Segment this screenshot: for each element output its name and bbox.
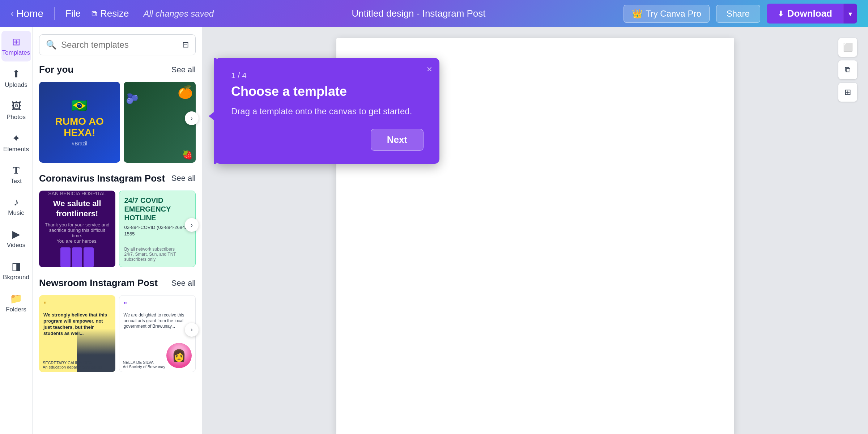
videos-icon: ▶ [12, 228, 20, 240]
covid1-fig2 [72, 247, 82, 267]
try-canva-label: Try Canva Pro [646, 9, 701, 19]
coronavirus-see-all[interactable]: See all [171, 174, 196, 183]
covid2-footer: By all network subscribers24/7, Smart, S… [124, 247, 191, 262]
videos-nav-label: Videos [7, 242, 26, 249]
newsroom-title: Newsroom Instagram Post [39, 277, 158, 289]
news1-quote-icon: " [43, 299, 111, 311]
topbar: ‹ Home File ⧉ Resize All changes saved U… [0, 0, 868, 27]
sidebar-item-music[interactable]: ♪ Music [1, 191, 31, 222]
filter-icon[interactable]: ⊟ [182, 40, 189, 50]
for-you-section: For you See all 🇧🇷 RUMO AOHEXA! #Brazil … [39, 64, 196, 173]
folders-icon: 📁 [10, 293, 22, 305]
document-title: Untitled design - Instagram Post [221, 8, 616, 19]
music-icon: ♪ [14, 196, 19, 208]
covid1-sub: Thank you for your service andsacrifice … [44, 222, 110, 244]
resize-label: Resize [100, 8, 129, 19]
sidebar-item-elements[interactable]: ✦ Elements [1, 127, 31, 158]
covid1-figures [60, 247, 94, 267]
elements-nav-label: Elements [3, 146, 29, 153]
template-card-covid1[interactable]: SAN BENICIA HOSPITAL We salute all front… [39, 191, 115, 268]
home-label: Home [16, 8, 43, 20]
newsroom-header: Newsroom Instagram Post See all [39, 277, 196, 289]
topbar-left: ‹ Home File ⧉ Resize All changes saved [11, 7, 214, 20]
tooltip-description: Drag a template onto the canvas to get s… [231, 105, 424, 118]
template-card-news1[interactable]: " We strongly believe that this program … [39, 295, 115, 372]
template-card-covid2[interactable]: 24/7 COVID EMERGENCY HOTLINE 02-894-COVI… [119, 191, 196, 268]
fruit-decor: 🍊 [178, 85, 193, 99]
bkground-nav-label: Bkground [3, 274, 29, 281]
home-button[interactable]: ‹ Home [11, 8, 43, 20]
tooltip-close-button[interactable]: × [427, 64, 432, 75]
brazil-sub: #Brazil [72, 141, 87, 146]
download-label: Download [787, 8, 832, 19]
text-icon: T [13, 165, 20, 176]
share-button[interactable]: Share [716, 5, 760, 23]
template-card-news2[interactable]: " We are delighted to receive this annua… [119, 295, 196, 372]
sidebar-item-photos[interactable]: 🖼 Photos [1, 95, 31, 126]
tooltip-next-button[interactable]: Next [371, 129, 424, 151]
resize-button[interactable]: ⧉ Resize [92, 8, 129, 19]
for-you-grid: 🇧🇷 RUMO AOHEXA! #Brazil 🍊 🫐 Stay Fresh f… [39, 82, 196, 163]
templates-icon: ⊞ [12, 36, 20, 48]
text-nav-label: Text [10, 178, 22, 185]
covid1-fig1 [60, 247, 71, 267]
tooltip-counter: 1 / 4 [231, 71, 424, 80]
coronavirus-title: Coronavirus Instagram Post [39, 173, 165, 184]
canvas-tool-expand[interactable]: ⊞ [838, 83, 857, 102]
for-you-see-all[interactable]: See all [171, 65, 196, 75]
template-card-brazil[interactable]: 🇧🇷 RUMO AOHEXA! #Brazil [39, 82, 120, 163]
sidebar-item-videos[interactable]: ▶ Videos [1, 223, 31, 254]
berry-decor: 🫐 [126, 93, 139, 105]
sidebar-item-uploads[interactable]: ⬆ Uploads [1, 63, 31, 94]
download-caret-button[interactable]: ▾ [843, 4, 857, 24]
topbar-right: 👑 Try Canva Pro Share ⬇ Download ▾ [624, 4, 857, 24]
saved-status: All changes saved [143, 9, 214, 19]
covid2-title: 24/7 COVID EMERGENCY HOTLINE [124, 196, 191, 222]
for-you-next-arrow[interactable]: › [185, 111, 199, 125]
music-nav-label: Music [8, 209, 24, 217]
sidebar-item-bkground[interactable]: ◨ Bkground [1, 255, 31, 286]
back-icon: ‹ [11, 9, 13, 18]
brazil-flag: 🇧🇷 [71, 98, 88, 113]
coronavirus-grid: SAN BENICIA HOSPITAL We salute all front… [39, 191, 196, 268]
newsroom-grid: " We strongly believe that this program … [39, 295, 196, 372]
for-you-header: For you See all [39, 64, 196, 75]
covid1-hospital: SAN BENICIA HOSPITAL [48, 191, 106, 196]
news2-text: We are delighted to receive this annual … [124, 312, 191, 329]
coronavirus-section: Coronavirus Instagram Post See all SAN B… [39, 173, 196, 278]
sidebar-item-folders[interactable]: 📁 Folders [1, 288, 31, 318]
canvas-area: × 1 / 4 Choose a template Drag a templat… [203, 27, 868, 434]
coronavirus-header: Coronavirus Instagram Post See all [39, 173, 196, 184]
resize-icon: ⧉ [92, 9, 97, 18]
topbar-divider [54, 7, 55, 20]
news2-quote-icon: " [124, 300, 191, 311]
coronavirus-next-arrow[interactable]: › [185, 218, 199, 232]
covid1-title: We salute all frontliners! [44, 199, 110, 219]
sidebar-item-templates[interactable]: ⊞ Templates [1, 31, 31, 61]
canvas-toolbar: ⬜ ⧉ ⊞ [838, 38, 857, 102]
download-button[interactable]: ⬇ Download [767, 4, 843, 24]
news1-attribution: SECRETARY CAHIVA DEOAn education departm… [43, 361, 102, 369]
templates-sidebar: 🔍 ⊟ For you See all 🇧🇷 RUMO AOHEXA! #Bra… [33, 27, 203, 434]
search-icon: 🔍 [46, 40, 57, 50]
newsroom-see-all[interactable]: See all [171, 278, 196, 288]
covid1-fig3 [84, 247, 94, 267]
sidebar-item-text[interactable]: T Text [1, 159, 31, 190]
newsroom-next-arrow[interactable]: › [185, 323, 199, 337]
uploads-nav-label: Uploads [5, 81, 27, 89]
search-bar: 🔍 ⊟ [39, 34, 196, 55]
tooltip-popup: × 1 / 4 Choose a template Drag a templat… [215, 58, 439, 164]
try-canva-button[interactable]: 👑 Try Canva Pro [624, 5, 710, 23]
template-card-fresh[interactable]: 🍊 🫐 Stay Fresh for the Summer 🍓 [124, 82, 196, 163]
newsroom-section: Newsroom Instagram Post See all " We str… [39, 277, 196, 382]
download-icon: ⬇ [778, 9, 784, 18]
tooltip-footer: Next [231, 129, 424, 151]
canvas-tool-frame[interactable]: ⬜ [838, 38, 857, 57]
elements-icon: ✦ [12, 132, 20, 144]
news2-person-circle: 👩 [166, 343, 192, 368]
file-link[interactable]: File [65, 8, 81, 19]
uploads-icon: ⬆ [12, 68, 20, 80]
photos-icon: 🖼 [11, 100, 21, 112]
canvas-tool-duplicate[interactable]: ⧉ [838, 60, 857, 79]
search-input[interactable] [61, 40, 178, 50]
